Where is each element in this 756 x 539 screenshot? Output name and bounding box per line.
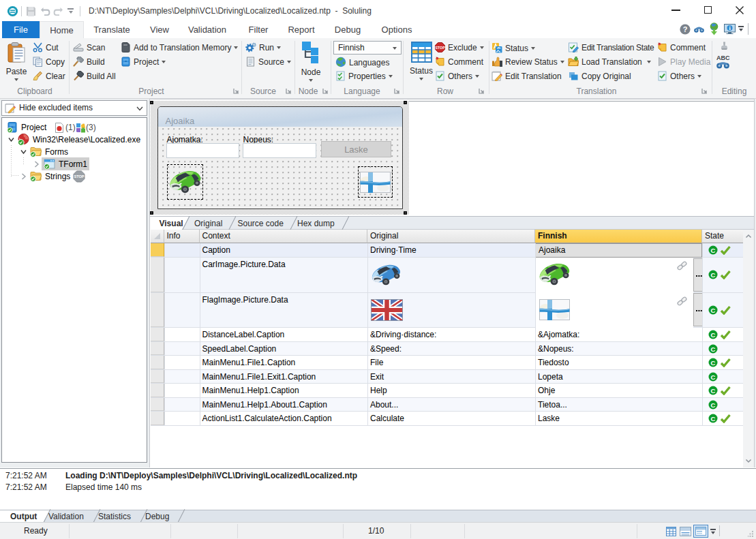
svg-text:?: ?: [683, 25, 688, 33]
svg-text:STOP: STOP: [435, 46, 445, 50]
svg-text:STOP: STOP: [74, 174, 84, 179]
